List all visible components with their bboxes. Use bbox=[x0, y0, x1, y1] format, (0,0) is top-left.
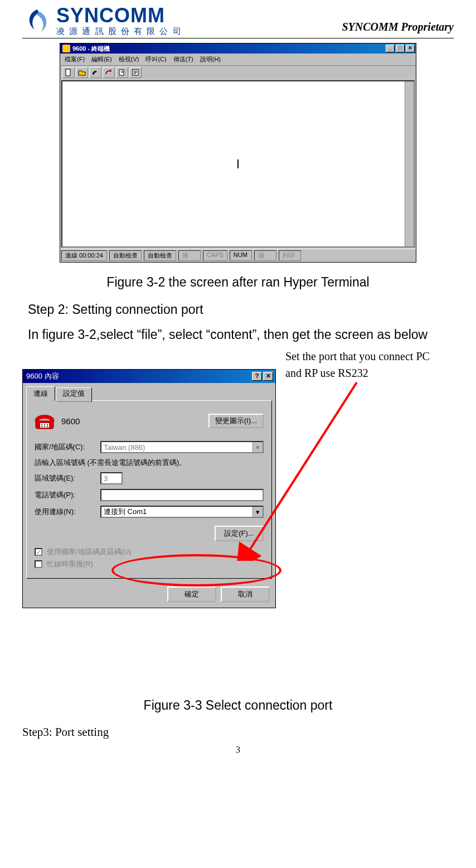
menu-edit[interactable]: 編輯(E) bbox=[90, 55, 113, 64]
text-cursor-icon bbox=[237, 159, 239, 168]
redial-busy-label: 忙線時重撥(R) bbox=[47, 559, 93, 569]
company-logo: SYNCOMM 凌 源 通 訊 股 份 有 限 公 司 bbox=[22, 6, 182, 35]
figure-3-3-caption: Figure 3-3 Select connection port bbox=[22, 698, 454, 713]
area-input: 3 bbox=[100, 472, 123, 484]
step3-title: Step3: Port setting bbox=[22, 725, 454, 739]
svg-point-1 bbox=[109, 70, 111, 72]
send-icon[interactable] bbox=[116, 67, 128, 78]
redial-busy-checkbox bbox=[35, 560, 42, 568]
status-auto1: 自動檢查 bbox=[109, 250, 142, 261]
toolbar bbox=[60, 65, 416, 79]
terminal-pane[interactable] bbox=[61, 80, 415, 248]
menu-call[interactable]: 呼叫(C) bbox=[144, 55, 167, 64]
svg-point-7 bbox=[41, 424, 42, 425]
step2-title: Step 2: Setting connection port bbox=[28, 302, 448, 317]
logo-subtext: 凌 源 通 訊 股 份 有 限 公 司 bbox=[56, 27, 182, 35]
statusbar: 連線 00:00:24 自動檢查 自動檢查 捲 CAPS NUM 擷 列印 bbox=[60, 249, 416, 262]
tab-settings[interactable]: 設定值 bbox=[56, 387, 92, 402]
svg-point-12 bbox=[47, 426, 48, 427]
menu-help[interactable]: 說明(H) bbox=[199, 55, 222, 64]
status-caps: CAPS bbox=[203, 250, 227, 261]
use-country-code-checkbox: ✓ bbox=[35, 548, 42, 556]
menu-file[interactable]: 檔案(F) bbox=[64, 55, 86, 64]
phone-input bbox=[100, 489, 264, 501]
logo-swoosh-icon bbox=[22, 7, 53, 34]
disconnect-icon[interactable] bbox=[103, 67, 115, 78]
tab-connection[interactable]: 連線 bbox=[26, 386, 55, 401]
connect-using-value: 連接到 Com1 bbox=[104, 507, 147, 517]
cancel-button[interactable]: 取消 bbox=[221, 586, 270, 602]
change-icon-button[interactable]: 變更圖示(I)... bbox=[208, 414, 264, 428]
area-note: 請輸入區域號碼 (不需長途電話號碼的前置碼)。 bbox=[35, 458, 264, 468]
header-divider bbox=[22, 38, 454, 38]
dialog-titlebar[interactable]: 9600 內容 ? ✕ bbox=[23, 370, 275, 383]
menu-transfer[interactable]: 傳送(T) bbox=[172, 55, 195, 64]
country-combo: Taiwan (886) ▾ bbox=[100, 441, 264, 453]
menu-view[interactable]: 檢視(V) bbox=[118, 55, 140, 64]
area-value: 3 bbox=[104, 474, 108, 483]
window-titlebar[interactable]: 9600 - 終端機 _ □ ✕ bbox=[60, 43, 416, 54]
svg-point-9 bbox=[47, 424, 48, 425]
svg-rect-0 bbox=[66, 69, 70, 76]
status-print: 列印 bbox=[279, 250, 301, 261]
svg-point-10 bbox=[41, 426, 42, 427]
status-scroll: 捲 bbox=[178, 250, 201, 261]
status-auto2: 自動檢查 bbox=[144, 250, 176, 261]
ok-button[interactable]: 確定 bbox=[167, 586, 216, 602]
chevron-down-icon[interactable]: ▾ bbox=[252, 507, 263, 517]
status-capture: 擷 bbox=[254, 250, 276, 261]
port-settings-button[interactable]: 設定(F)... bbox=[215, 526, 264, 541]
figure-3-2-caption: Figure 3-2 the screen after ran Hyper Te… bbox=[22, 275, 454, 290]
connect-using-combo[interactable]: 連接到 Com1 ▾ bbox=[100, 506, 264, 518]
new-icon[interactable] bbox=[62, 67, 75, 78]
help-button[interactable]: ? bbox=[252, 372, 262, 381]
step2-body: In figure 3-2,select “file”, select “con… bbox=[28, 327, 448, 342]
annotation-note: Set the port that you connect PC and RP … bbox=[285, 348, 430, 381]
connection-name-label: 9600 bbox=[61, 416, 80, 426]
connect-using-label: 使用連線(N): bbox=[35, 507, 96, 517]
hyperterminal-window: 9600 - 終端機 _ □ ✕ 檔案(F) 編輯(E) 檢視(V) 呼叫(C)… bbox=[60, 43, 416, 263]
minimize-button[interactable]: _ bbox=[386, 45, 395, 52]
page-number: 3 bbox=[22, 745, 454, 755]
maximize-button[interactable]: □ bbox=[396, 45, 405, 52]
svg-point-11 bbox=[44, 426, 45, 427]
logo-text: SYNCOMM bbox=[56, 6, 182, 26]
dialog-title: 9600 內容 bbox=[26, 371, 59, 381]
window-title: 9600 - 終端機 bbox=[72, 45, 110, 53]
tab-panel: 9600 變更圖示(I)... 國家/地區碼(C): Taiwan (886) … bbox=[26, 400, 272, 579]
phone-icon bbox=[35, 411, 55, 431]
close-button[interactable]: ✕ bbox=[263, 372, 273, 381]
area-label: 區域號碼(E): bbox=[35, 473, 96, 483]
use-country-code-label: 使用國家/地區碼及區碼(U) bbox=[47, 547, 132, 557]
close-button[interactable]: ✕ bbox=[406, 45, 415, 52]
country-value: Taiwan (886) bbox=[104, 443, 145, 452]
connect-icon[interactable] bbox=[89, 67, 101, 78]
proprietary-label: SYNCOMM Proprietary bbox=[342, 21, 454, 33]
open-icon[interactable] bbox=[76, 67, 88, 78]
status-num: NUM bbox=[230, 250, 252, 261]
menubar: 檔案(F) 編輯(E) 檢視(V) 呼叫(C) 傳送(T) 說明(H) bbox=[60, 54, 416, 65]
properties-icon[interactable] bbox=[129, 67, 142, 78]
app-icon bbox=[62, 45, 70, 52]
scrollbar[interactable] bbox=[405, 81, 414, 246]
country-label: 國家/地區碼(C): bbox=[35, 442, 96, 452]
svg-point-8 bbox=[44, 424, 45, 425]
phone-label: 電話號碼(P): bbox=[35, 490, 96, 500]
chevron-down-icon: ▾ bbox=[252, 442, 263, 452]
properties-dialog: 9600 內容 ? ✕ 連線 設定值 bbox=[22, 369, 276, 608]
status-connection: 連線 00:00:24 bbox=[61, 250, 107, 261]
